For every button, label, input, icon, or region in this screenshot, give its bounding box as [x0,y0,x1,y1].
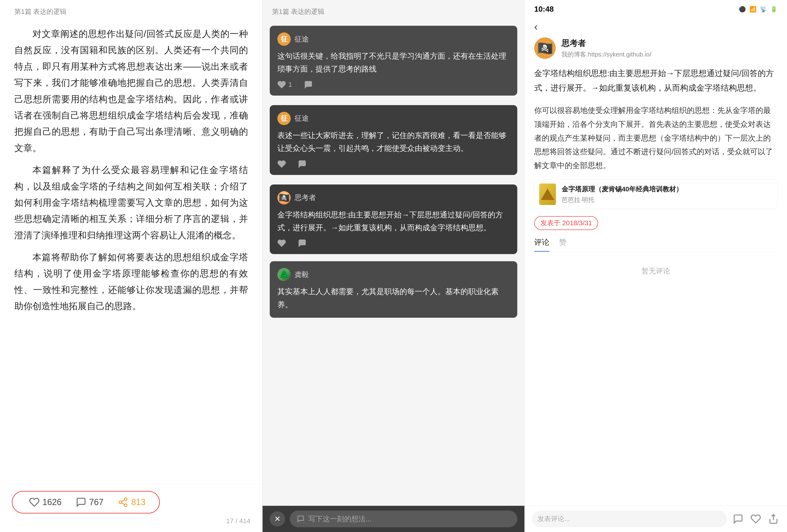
middle-breadcrumb: 第1篇 表达的逻辑 [262,0,525,21]
comment-input-field[interactable]: 写下这一刻的想法... [290,511,517,527]
username-4: 龚毅 [295,270,309,280]
pyramid-icon [541,189,554,200]
author-row: 🏴‍☠️ 思考者 我的博客:https://sykent.github.io/ [534,38,778,59]
heart-icon [29,497,40,507]
status-bar: 10:48 ⚫ 📶 📡 🔋 [525,0,787,16]
author-info: 思考者 我的博客:https://sykent.github.io/ [561,38,651,59]
left-breadcrumb: 第1篇 表达的逻辑 [0,0,262,21]
comment-text-4: 其实基本上人人都需要，尤其是职场的每一个人。基本的职业化素养。 [277,285,510,311]
comment-input-placeholder: 发表评论... [537,514,570,524]
page-indicator: 17 / 414 [12,517,250,525]
publish-date-wrapper: 发表于 2018/3/31 [534,216,778,237]
input-placeholder: 写下这一刻的想法... [309,514,371,524]
comment-text-1: 这句话很关键，给我指明了不光只是学习沟通方面，还有在生活处理琐事方面，提供了思考… [277,49,510,75]
comment-card-2: 征 征途 表述一些让大家听进去，理解了，记住的东西很难，看一看是否能够让受众心头… [270,105,517,175]
comment-card-1: 征 征途 这句话很关键，给我指明了不光只是学习沟通方面，还有在生活处理琐事方面，… [270,26,517,95]
comment-header-4: 🌲 龚毅 [277,268,510,281]
book-info: 金字塔原理（麦肯锡40年经典培训教材） 芭芭拉·明托 [561,185,683,204]
action-row: 1626 767 813 [12,491,160,513]
comment-card-4: 🌲 龚毅 其实基本上人人都需要，尤其是职场的每一个人。基本的职业化素养。 [270,261,517,318]
battery-bar: 🔋 [770,6,778,13]
comment-bubble-icon [733,514,743,524]
comment-input[interactable]: 发表评论... [532,511,727,527]
book-card[interactable]: 金字塔原理（麦肯锡40年经典培训教材） 芭芭拉·明托 [534,179,778,209]
left-bottom-bar: 1626 767 813 17 / 414 [0,484,262,532]
left-content: 对文章阐述的思想作出疑问/回答式反应是人类的一种自然反应，没有国籍和民族的区别。… [0,21,262,532]
right-panel: 10:48 ⚫ 📶 📡 🔋 ‹ 🏴‍☠️ 思考者 我的博客:https://sy… [525,0,787,532]
status-icons: ⚫ 📶 📡 🔋 [739,6,778,13]
book-title: 金字塔原理（麦肯锡40年经典培训教材） [561,185,683,194]
bottom-comment-icon[interactable] [732,512,745,525]
share-icon [118,497,128,507]
svg-point-2 [125,504,127,507]
bottom-share-icon[interactable] [767,512,780,525]
right-article-title: 金字塔结构组织思想:由主要思想开始→下层思想通过疑问/回答的方式，进行展开。→如… [534,66,778,95]
username-3: 思考者 [295,193,316,203]
reply-icon-1 [304,80,313,89]
share-icon-bottom [768,514,779,524]
share-button[interactable]: 813 [111,497,153,507]
left-para-1: 对文章阐述的思想作出疑问/回答式反应是人类的一种自然反应，没有国籍和民族的区别。… [14,26,248,156]
comment-reply-1[interactable] [304,80,313,89]
left-para-3: 本篇将帮助你了解如何将要表达的思想组织成金字塔结构，说明了使用金字塔原理能够检查… [14,249,248,314]
comment-actions-3 [277,239,510,247]
right-content: 🏴‍☠️ 思考者 我的博客:https://sykent.github.io/ … [525,38,787,506]
reply-icon-2 [298,160,306,168]
comment-card-3: 🏴‍☠️ 思考者 金字塔结构组织思想:由主要思想开始→下层思想通过疑问/回答的方… [270,184,517,254]
right-article-body: 你可以很容易地使受众理解用金字塔结构组织的思想：先从金字塔的最顶端开始，沿各个分… [534,104,778,172]
author-name: 思考者 [561,38,651,49]
left-para-2: 本篇解释了为什么受众最容易理解和记住金字塔结构，以及组成金字塔的子结构之间如何互… [14,162,248,243]
book-cover [539,183,556,205]
status-time: 10:48 [534,5,554,14]
comment-like-2[interactable] [277,160,286,168]
avatar-3: 🏴‍☠️ [277,191,291,204]
right-nav: ‹ [525,16,787,38]
avatar-2: 征 [277,112,291,125]
comment-like-3[interactable] [277,239,286,247]
heart-icon-3 [277,239,286,247]
battery-icon: ⚫ [739,6,746,13]
reply-icon-3 [298,239,306,247]
no-comment: 暂无评论 [534,257,778,286]
comment-header-1: 征 征途 [277,32,510,46]
middle-input-bar: ✕ 写下这一刻的想法... [262,506,525,532]
signal-icon: 📶 [749,6,757,13]
author-link: 我的博客:https://sykent.github.io/ [561,50,651,59]
heart-icon-1 [277,80,286,89]
comment-like-1[interactable]: 1 [277,80,292,89]
comment-header-3: 🏴‍☠️ 思考者 [277,191,510,204]
comment-text-3: 金字塔结构组织思想:由主要思想开始→下层思想通过疑问/回答的方式，进行展开。→如… [277,208,510,234]
middle-panel: 第1篇 表达的逻辑 对文章阐述的思想作出疑问/回答式反应是人类的一种自然反应，没… [262,0,525,532]
comment-header-2: 征 征途 [277,112,510,125]
like-count-1: 1 [288,81,292,88]
author-avatar: 🏴‍☠️ [534,38,556,59]
comment-actions-1: 1 [277,80,510,89]
comment-reply-2[interactable] [298,160,306,168]
book-author: 芭芭拉·明托 [561,196,683,204]
svg-line-3 [122,503,125,505]
svg-point-0 [125,498,127,501]
svg-line-4 [122,500,125,502]
tab-like[interactable]: 赞 [559,237,567,252]
back-button[interactable]: ‹ [532,18,540,35]
svg-point-1 [119,501,122,504]
tab-comment[interactable]: 评论 [534,237,550,252]
avatar-4: 🌲 [277,268,291,281]
right-tabs: 评论 赞 [534,237,778,252]
like-count: 1626 [42,497,62,507]
bottom-like-icon[interactable] [749,512,762,525]
comment-icon [76,497,86,507]
comment-text-2: 表述一些让大家听进去，理解了，记住的东西很难，看一看是否能够让受众心头一震，引起… [277,129,510,155]
username-2: 征途 [295,113,309,123]
heart-icon-2 [277,160,286,168]
comment-reply-3[interactable] [298,239,306,247]
comment-button[interactable]: 767 [69,497,111,507]
close-button[interactable]: ✕ [270,511,285,527]
avatar-1: 征 [277,32,291,46]
username-1: 征途 [295,34,309,44]
wifi-icon: 📡 [760,6,767,13]
like-button[interactable]: 1626 [22,497,69,507]
comment-count: 767 [89,497,104,507]
left-panel: 第1篇 表达的逻辑 对文章阐述的思想作出疑问/回答式反应是人类的一种自然反应，没… [0,0,262,532]
share-count: 813 [131,497,146,507]
